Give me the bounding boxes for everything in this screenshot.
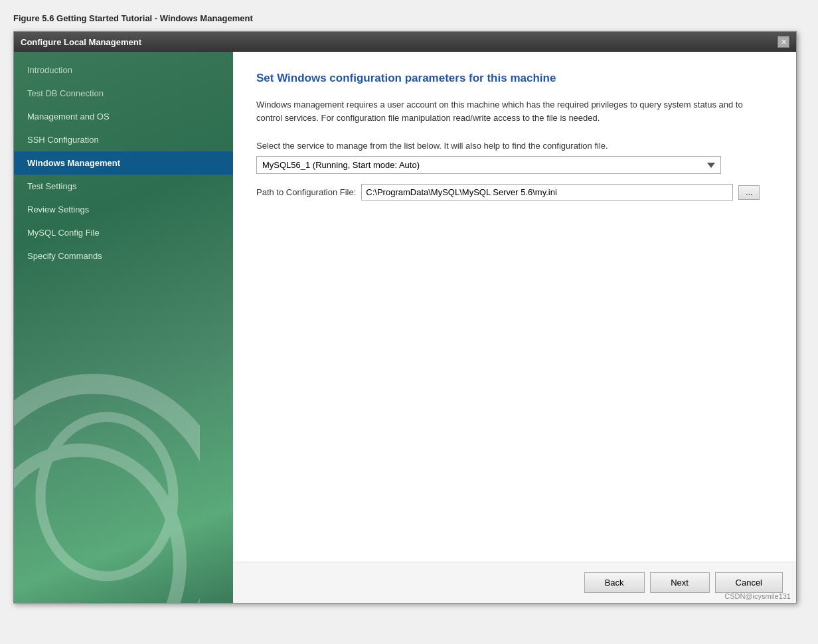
sidebar-decoration-icon (14, 297, 200, 603)
footer: Back Next Cancel CSDN@icysmile131 (233, 562, 796, 603)
next-button[interactable]: Next (650, 572, 710, 593)
path-input[interactable] (361, 184, 733, 201)
path-row: Path to Configuration File: ... (256, 184, 773, 201)
cancel-button[interactable]: Cancel (715, 572, 783, 593)
watermark: CSDN@icysmile131 (724, 592, 791, 600)
service-dropdown[interactable]: MySQL56_1 (Running, Start mode: Auto) (256, 156, 721, 174)
sidebar-item-ssh-configuration[interactable]: SSH Configuration (14, 128, 233, 151)
sidebar-item-management-and-os[interactable]: Management and OS (14, 105, 233, 128)
main-content: Set Windows configuration parameters for… (233, 52, 796, 603)
sidebar-item-test-db-connection[interactable]: Test DB Connection (14, 82, 233, 105)
sidebar-item-mysql-config-file[interactable]: MySQL Config File (14, 221, 233, 244)
browse-button[interactable]: ... (738, 185, 760, 200)
sidebar-item-windows-management[interactable]: Windows Management (14, 151, 233, 175)
content-area: Set Windows configuration parameters for… (233, 52, 796, 562)
sidebar-item-introduction[interactable]: Introduction (14, 58, 233, 82)
dialog-titlebar: Configure Local Management ✕ (14, 32, 796, 52)
content-title: Set Windows configuration parameters for… (256, 72, 773, 85)
sidebar-item-specify-commands[interactable]: Specify Commands (14, 244, 233, 268)
sidebar: Introduction Test DB Connection Manageme… (14, 52, 233, 603)
dialog-body: Introduction Test DB Connection Manageme… (14, 52, 796, 603)
close-button[interactable]: ✕ (777, 36, 789, 48)
sidebar-nav: Introduction Test DB Connection Manageme… (14, 52, 233, 268)
sidebar-item-test-settings[interactable]: Test Settings (14, 175, 233, 198)
service-prompt: Select the service to manage from the li… (256, 141, 773, 151)
dialog-title: Configure Local Management (21, 37, 141, 47)
dialog-window: Configure Local Management ✕ Introductio… (13, 31, 797, 604)
page-caption: Figure 5.6 Getting Started Tutorial - Wi… (13, 13, 805, 23)
path-label: Path to Configuration File: (256, 187, 356, 197)
back-button[interactable]: Back (584, 572, 645, 593)
sidebar-item-review-settings[interactable]: Review Settings (14, 198, 233, 221)
service-dropdown-wrapper: MySQL56_1 (Running, Start mode: Auto) (256, 156, 773, 174)
content-description: Windows management requires a user accou… (256, 98, 754, 124)
